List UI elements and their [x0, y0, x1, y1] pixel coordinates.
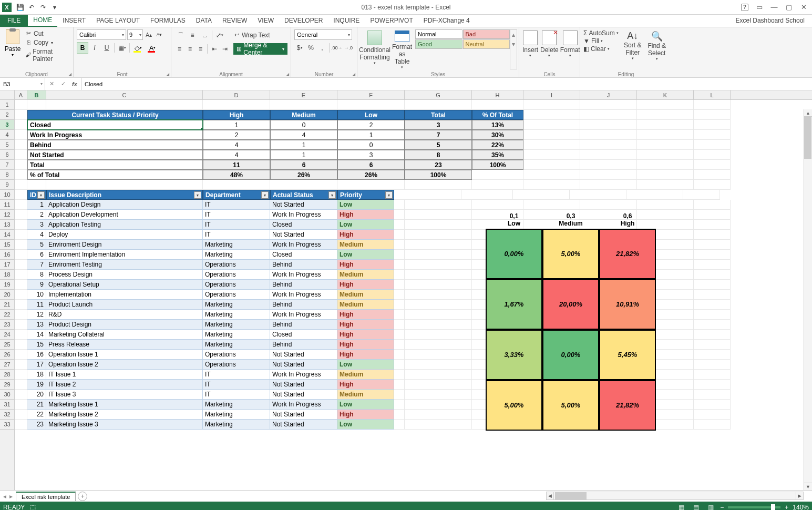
issue-status[interactable]: Not Started — [270, 360, 337, 370]
issue-description[interactable]: IT Issue 1 — [46, 370, 203, 380]
percent-format-icon[interactable]: % — [305, 42, 316, 54]
issue-description[interactable]: Product Design — [46, 320, 203, 330]
issue-table-header[interactable]: Priority▼ — [337, 190, 394, 200]
row-header[interactable]: 11 — [0, 200, 14, 210]
col-header[interactable]: L — [694, 90, 731, 99]
undo-icon[interactable]: ↶ — [26, 2, 37, 13]
cell[interactable] — [203, 100, 270, 110]
summary-cell[interactable]: 35% — [472, 150, 523, 160]
issue-id[interactable]: 5 — [27, 240, 46, 250]
cell[interactable] — [694, 110, 731, 120]
page-layout-view-icon[interactable]: ▤ — [691, 503, 701, 510]
filter-dropdown-icon[interactable]: ▼ — [261, 191, 269, 199]
cell[interactable] — [15, 400, 27, 410]
issue-table-header[interactable]: Actual Status▼ — [270, 190, 337, 200]
col-header[interactable]: D — [203, 90, 270, 99]
autosum-button[interactable]: ΣAutoSum▾ — [583, 29, 619, 37]
col-header[interactable]: I — [523, 90, 580, 99]
issue-description[interactable]: Deploy — [46, 230, 203, 240]
heat-cell[interactable]: 5,00% — [486, 380, 542, 431]
issue-department[interactable]: IT — [203, 210, 270, 220]
cell[interactable] — [405, 270, 472, 280]
cell[interactable] — [15, 110, 27, 120]
issue-department[interactable]: Operations — [203, 280, 270, 290]
col-header[interactable]: G — [405, 90, 472, 99]
summary-cell[interactable]: 7 — [405, 130, 472, 140]
sheet-nav-prev-icon[interactable]: ◂ — [3, 493, 6, 500]
summary-row-label[interactable]: % of Total — [27, 170, 203, 180]
cell[interactable] — [405, 230, 472, 240]
cell[interactable] — [523, 140, 580, 150]
issue-id[interactable]: 10 — [27, 290, 46, 300]
cell[interactable] — [570, 190, 626, 200]
cell[interactable] — [694, 380, 731, 390]
issue-priority[interactable]: High — [337, 280, 394, 290]
issue-department[interactable]: IT — [203, 220, 270, 230]
issue-priority[interactable]: Medium — [337, 290, 394, 300]
issue-id[interactable]: 11 — [27, 300, 46, 310]
issue-description[interactable]: Application Development — [46, 210, 203, 220]
cell[interactable] — [15, 250, 27, 260]
fill-color-button[interactable]: ◇▾ — [131, 42, 145, 54]
row-header[interactable]: 16 — [0, 250, 14, 260]
issue-department[interactable]: Operations — [203, 260, 270, 270]
vertical-scrollbar[interactable]: ▲ ▼ — [804, 109, 812, 490]
scroll-left-icon[interactable]: ◀ — [547, 492, 554, 499]
issue-id[interactable]: 13 — [27, 320, 46, 330]
cell[interactable] — [694, 390, 731, 400]
tab-file[interactable]: FILE — [0, 14, 28, 27]
issue-id[interactable]: 9 — [27, 280, 46, 290]
cell[interactable] — [27, 180, 46, 190]
tab-page-layout[interactable]: PAGE LAYOUT — [91, 14, 145, 27]
scroll-right-icon[interactable]: ▶ — [796, 492, 803, 499]
issue-id[interactable]: 8 — [27, 270, 46, 280]
cell[interactable] — [15, 200, 27, 210]
tab-pdf-xchange[interactable]: PDF-XChange 4 — [418, 14, 475, 27]
issue-priority[interactable]: High — [337, 320, 394, 330]
cell[interactable] — [405, 240, 472, 250]
summary-cell[interactable]: 13% — [472, 120, 523, 130]
issue-description[interactable]: R&D — [46, 310, 203, 320]
cell[interactable] — [694, 360, 731, 370]
cell[interactable] — [394, 190, 461, 200]
cell[interactable] — [637, 180, 694, 190]
accounting-format-icon[interactable]: $▾ — [294, 42, 305, 54]
issue-description[interactable]: IT Issue 3 — [46, 390, 203, 400]
col-header[interactable]: B — [27, 90, 46, 99]
summary-cell[interactable]: 6 — [337, 160, 405, 170]
issue-description[interactable]: Process Design — [46, 270, 203, 280]
issue-status[interactable]: Work In Progress — [270, 290, 337, 300]
cell[interactable] — [15, 140, 27, 150]
cell[interactable] — [472, 170, 523, 180]
cell[interactable] — [15, 180, 27, 190]
cell[interactable] — [694, 260, 731, 270]
cell[interactable] — [694, 270, 731, 280]
issue-department[interactable]: Marketing — [203, 310, 270, 320]
cell[interactable] — [637, 120, 694, 130]
cell[interactable] — [694, 340, 731, 350]
cell[interactable] — [46, 100, 203, 110]
zoom-out-icon[interactable]: − — [720, 504, 724, 510]
cell[interactable] — [15, 420, 27, 430]
col-header[interactable]: H — [472, 90, 523, 99]
cell[interactable] — [15, 150, 27, 160]
style-good[interactable]: Good — [415, 39, 462, 49]
zoom-slider[interactable] — [728, 506, 780, 508]
bold-button[interactable]: B — [77, 42, 88, 54]
cell[interactable] — [461, 190, 513, 200]
issue-department[interactable]: Operations — [203, 270, 270, 280]
cell[interactable] — [405, 380, 472, 390]
summary-row-label[interactable]: Total — [27, 160, 203, 170]
summary-cell[interactable]: 0 — [270, 120, 337, 130]
cell[interactable] — [694, 200, 731, 210]
row-header[interactable]: 12 — [0, 210, 14, 220]
issue-department[interactable]: Marketing — [203, 410, 270, 420]
cell[interactable] — [694, 410, 731, 420]
align-left-icon[interactable]: ≡ — [174, 43, 184, 55]
issue-department[interactable]: Marketing — [203, 320, 270, 330]
tab-insert[interactable]: INSERT — [57, 14, 91, 27]
cell[interactable] — [405, 180, 472, 190]
summary-cell[interactable]: 1 — [337, 130, 405, 140]
issue-id[interactable]: 19 — [27, 380, 46, 390]
row-header[interactable]: 27 — [0, 360, 14, 370]
